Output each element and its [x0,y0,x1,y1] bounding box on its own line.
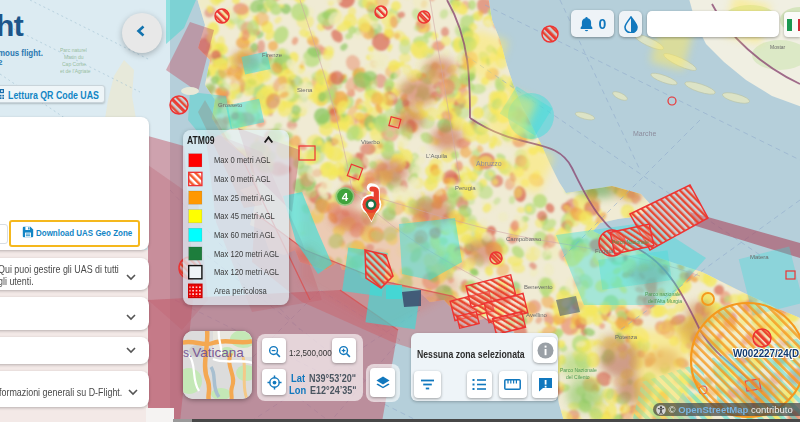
svg-text:Campobasso: Campobasso [506,236,542,242]
svg-text:s.Vaticana: s.Vaticana [183,345,244,360]
svg-text:Abruzzo: Abruzzo [476,160,502,167]
svg-text:Perugia: Perugia [455,185,476,191]
svg-text:W002227/24(D: W002227/24(D [733,348,799,359]
svg-text:Parco Nazionale: Parco Nazionale [560,367,597,373]
svg-text:Avellino: Avellino [526,312,548,318]
svg-text:Matera: Matera [750,254,769,260]
svg-text:L'Aquila: L'Aquila [426,153,448,159]
svg-text:Foggia: Foggia [595,248,614,254]
svg-text:Benevento: Benevento [524,284,553,290]
svg-text:Marche: Marche [633,130,656,137]
svg-text:Potenza: Potenza [615,334,638,340]
svg-text:Grosseto: Grosseto [218,102,243,108]
svg-text:Firenze: Firenze [262,52,283,58]
svg-text:del Cilento: del Cilento [566,374,590,380]
svg-text:Viterbo: Viterbo [361,139,381,145]
svg-text:Parco nazionale: Parco nazionale [645,291,681,297]
svg-text:Siena: Siena [297,87,313,93]
svg-text:dell'Alta Murgia: dell'Alta Murgia [648,298,682,304]
svg-text:4: 4 [342,191,349,203]
svg-text:Parco Nazionale: Parco Nazionale [612,239,649,245]
svg-text:Mostar: Mostar [770,44,786,50]
